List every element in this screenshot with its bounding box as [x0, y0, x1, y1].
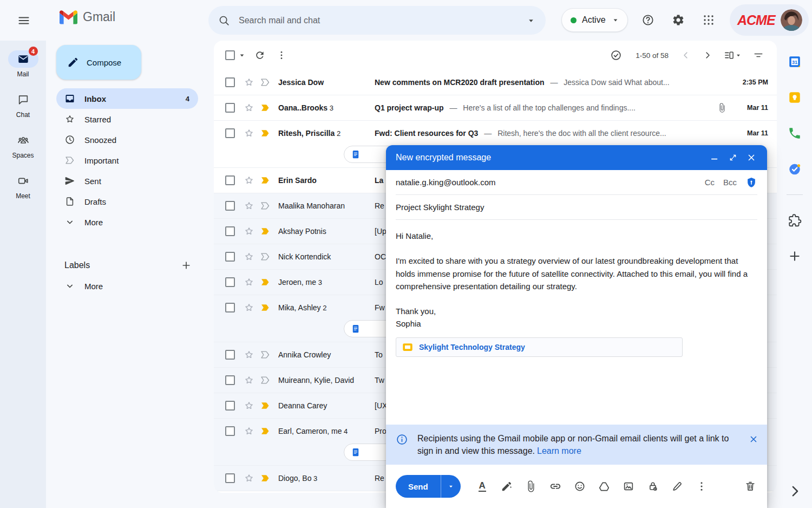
star-icon[interactable] [244, 400, 254, 411]
importance-marker-icon[interactable] [260, 200, 271, 211]
sidebar-item-inbox[interactable]: Inbox4 [56, 88, 198, 109]
help-button[interactable] [636, 8, 660, 32]
filter-button[interactable] [748, 44, 769, 66]
minimize-button[interactable] [705, 149, 724, 166]
email-row[interactable]: Oana..Brooks 3Q1 project wrap-up — Here'… [214, 95, 777, 121]
split-pane-button[interactable] [718, 44, 748, 66]
importance-marker-icon[interactable] [260, 375, 271, 386]
search-bar[interactable] [208, 6, 546, 35]
importance-marker-icon[interactable] [260, 128, 271, 139]
newer-page-button[interactable] [675, 44, 697, 66]
star-icon[interactable] [244, 375, 254, 386]
plus-icon[interactable] [788, 249, 802, 263]
keep-icon[interactable] [788, 90, 802, 105]
star-icon[interactable] [244, 102, 254, 113]
row-checkbox[interactable] [225, 303, 235, 312]
star-icon[interactable] [244, 251, 254, 262]
refresh-button[interactable] [249, 44, 271, 66]
star-icon[interactable] [244, 175, 254, 186]
close-compose-button[interactable] [742, 149, 761, 166]
row-checkbox[interactable] [225, 201, 235, 211]
formatting-icon[interactable]: A [476, 480, 488, 492]
sidebar-item-sent[interactable]: Sent [56, 171, 198, 191]
rail-item-meet[interactable]: Meet [0, 172, 46, 200]
search-options-caret-icon[interactable] [526, 16, 536, 25]
star-icon[interactable] [244, 226, 254, 237]
add-label-icon[interactable] [181, 260, 192, 271]
attachment-card[interactable]: Skylight Technology Strategy [396, 337, 683, 357]
star-icon[interactable] [244, 200, 254, 211]
row-checkbox[interactable] [225, 401, 235, 411]
signature-pen-icon[interactable] [671, 480, 683, 492]
labels-more-item[interactable]: More [56, 276, 198, 296]
row-checkbox[interactable] [225, 128, 235, 138]
magic-pen-icon[interactable] [501, 480, 513, 492]
row-checkbox[interactable] [225, 77, 235, 87]
importance-marker-icon[interactable] [260, 349, 271, 360]
main-menu-button[interactable] [12, 9, 36, 32]
importance-marker-icon[interactable] [260, 473, 271, 484]
mark-read-button[interactable] [605, 44, 627, 66]
compose-header[interactable]: New encrypted message [386, 145, 767, 170]
row-checkbox[interactable] [225, 426, 235, 436]
star-icon[interactable] [244, 77, 254, 88]
rail-item-chat[interactable]: Chat [0, 91, 46, 119]
row-checkbox[interactable] [225, 375, 235, 385]
cc-button[interactable]: Cc [705, 178, 715, 187]
learn-more-link[interactable]: Learn more [537, 446, 581, 455]
star-icon[interactable] [244, 349, 254, 360]
sidebar-item-snoozed[interactable]: Snoozed [56, 129, 198, 150]
select-options-button[interactable] [235, 44, 249, 66]
banner-close-icon[interactable] [749, 434, 758, 444]
confidential-lock-icon[interactable] [647, 480, 659, 492]
importance-marker-icon[interactable] [260, 226, 271, 237]
calendar-icon[interactable]: 31 [788, 55, 802, 69]
star-icon[interactable] [244, 473, 254, 484]
apps-grid-button[interactable] [696, 8, 721, 32]
hide-side-panel-icon[interactable] [787, 483, 803, 499]
attach-icon[interactable] [525, 480, 537, 492]
drive-icon[interactable] [598, 480, 610, 492]
voice-phone-icon[interactable] [788, 126, 802, 140]
encryption-shield-icon[interactable] [745, 177, 757, 188]
importance-marker-icon[interactable] [260, 426, 271, 437]
email-row[interactable]: Jessica DowNew comments on MCR2020 draft… [214, 70, 777, 95]
importance-marker-icon[interactable] [260, 277, 271, 288]
row-checkbox[interactable] [225, 473, 235, 483]
star-icon[interactable] [244, 426, 254, 437]
search-input[interactable] [238, 15, 519, 26]
row-checkbox[interactable] [225, 350, 235, 360]
avatar[interactable] [781, 9, 802, 31]
search-icon[interactable] [218, 15, 230, 27]
settings-button[interactable] [666, 8, 691, 32]
star-icon[interactable] [244, 302, 254, 313]
puzzle-icon[interactable] [788, 213, 802, 227]
sidebar-item-starred[interactable]: Starred [56, 109, 198, 129]
star-icon[interactable] [244, 277, 254, 288]
discard-draft-icon[interactable] [744, 480, 756, 492]
emoji-icon[interactable] [574, 480, 586, 492]
send-button[interactable]: Send [396, 475, 441, 498]
row-checkbox[interactable] [225, 277, 235, 287]
importance-marker-icon[interactable] [260, 400, 271, 411]
send-options-button[interactable] [441, 475, 461, 498]
image-icon[interactable] [623, 480, 634, 492]
rail-item-mail[interactable]: 4Mail [0, 50, 46, 78]
row-checkbox[interactable] [225, 103, 235, 113]
row-checkbox[interactable] [225, 252, 235, 262]
select-all-checkbox[interactable] [225, 50, 235, 60]
recipients-row[interactable]: natalie.g.king@outlook.com Cc Bcc [396, 170, 757, 195]
sidebar-item-drafts[interactable]: Drafts [56, 191, 198, 212]
message-body[interactable]: Hi Natalie, I'm excited to share with yo… [386, 220, 767, 330]
status-selector[interactable]: Active [561, 8, 628, 32]
older-page-button[interactable] [697, 44, 718, 66]
importance-marker-icon[interactable] [260, 102, 271, 113]
row-checkbox[interactable] [225, 175, 235, 185]
more-actions-button[interactable] [271, 44, 292, 66]
sidebar-item-important[interactable]: Important [56, 150, 198, 171]
rail-item-spaces[interactable]: Spaces [0, 132, 46, 159]
more-vert-icon[interactable] [696, 480, 708, 492]
tasks-icon[interactable] [788, 162, 802, 176]
compose-button[interactable]: Compose [56, 45, 141, 80]
subject-row[interactable]: Project Skylight Strategy [396, 195, 757, 220]
